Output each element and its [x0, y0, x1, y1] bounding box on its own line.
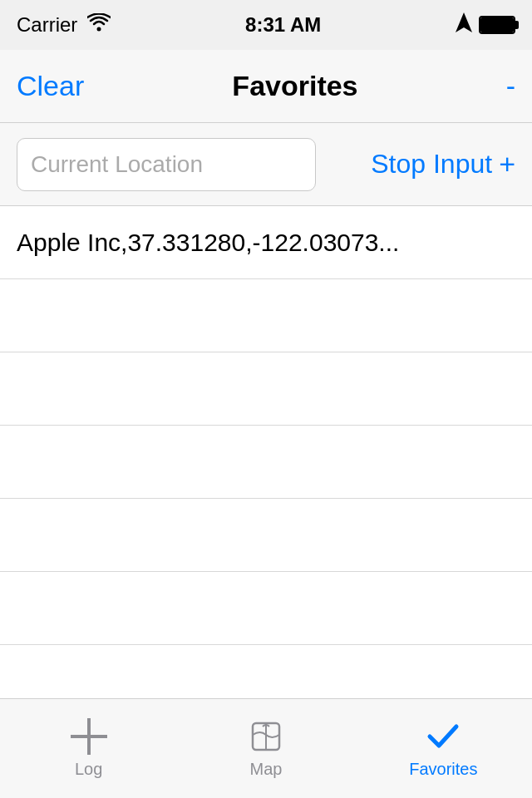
stop-input-plus-icon: +: [499, 148, 515, 180]
clear-button[interactable]: Clear: [17, 70, 84, 102]
carrier-label: Carrier: [17, 13, 77, 37]
tab-favorites-label: Favorites: [409, 760, 477, 779]
list-item[interactable]: Apple Inc,37.331280,-122.03073...: [0, 206, 532, 279]
input-row: Stop Input +: [0, 123, 532, 206]
list-item-empty-2: [0, 352, 532, 426]
favorites-list: Apple Inc,37.331280,-122.03073...: [0, 206, 532, 718]
checkmark-icon: [425, 718, 461, 755]
tab-bar: Log Map Favorites: [0, 698, 532, 798]
nav-bar: Clear Favorites -: [0, 50, 532, 123]
tab-map[interactable]: Map: [191, 718, 341, 779]
tab-map-label: Map: [250, 760, 283, 779]
plus-icon: [71, 718, 107, 755]
tab-favorites[interactable]: Favorites: [368, 718, 518, 779]
status-carrier-wifi: Carrier: [17, 13, 111, 37]
stop-input-label: Stop Input: [371, 149, 492, 180]
battery-icon: [479, 16, 515, 34]
location-arrow-icon: [456, 12, 472, 37]
status-time: 8:31 AM: [245, 13, 321, 37]
list-item-text: Apple Inc,37.331280,-122.03073...: [17, 229, 399, 257]
status-right-icons: [456, 12, 515, 37]
current-location-input[interactable]: [17, 138, 316, 191]
svg-point-0: [97, 27, 101, 32]
svg-marker-1: [456, 12, 472, 32]
list-item-empty-5: [0, 572, 532, 645]
wifi-icon: [87, 13, 111, 37]
list-item-empty-4: [0, 499, 532, 572]
map-icon: [248, 718, 284, 755]
tab-log[interactable]: Log: [14, 718, 164, 779]
status-bar: Carrier 8:31 AM: [0, 0, 532, 50]
list-item-empty-1: [0, 279, 532, 352]
tab-log-label: Log: [75, 760, 102, 779]
stop-input-button[interactable]: Stop Input +: [371, 148, 515, 180]
list-item-empty-3: [0, 426, 532, 499]
page-title: Favorites: [232, 70, 357, 102]
minus-button[interactable]: -: [506, 70, 515, 102]
